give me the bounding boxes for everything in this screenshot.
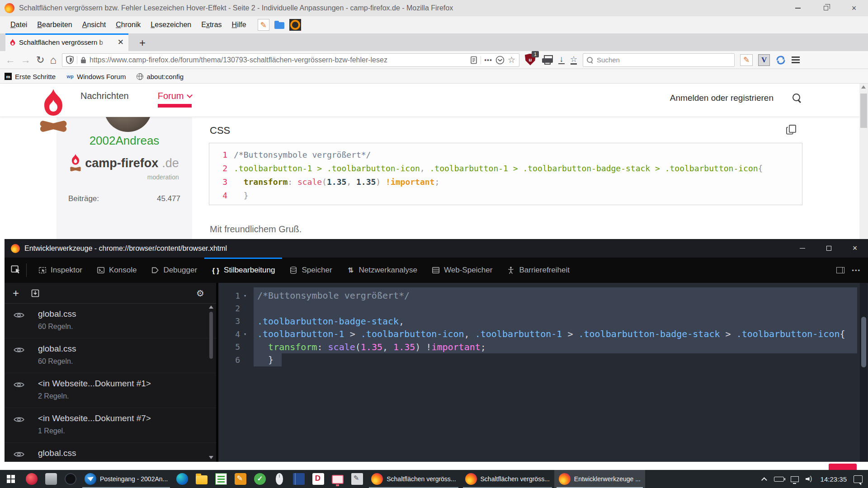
- pocket-icon[interactable]: [495, 56, 505, 65]
- print-icon[interactable]: [542, 55, 553, 65]
- tracking-protection-shield-icon[interactable]: [66, 56, 74, 64]
- taskbar-pinned-edge[interactable]: [172, 470, 192, 488]
- menu-item-extras[interactable]: Extras: [196, 21, 226, 29]
- pane-scrollbar[interactable]: [208, 305, 214, 459]
- gear-icon[interactable]: ⚙: [196, 288, 204, 299]
- note-pencil-icon[interactable]: ✎: [258, 19, 269, 31]
- url-bar[interactable]: https://www.camp-firefox.de/forum/thema/…: [62, 53, 519, 67]
- devtools-tab-debugger[interactable]: Debugger: [144, 258, 204, 283]
- stylesheet-name[interactable]: <in Webseite...Dokument #1>: [38, 379, 151, 389]
- taskbar-pinned-doc-green[interactable]: [211, 470, 231, 488]
- forward-button[interactable]: →: [21, 55, 31, 65]
- bookmark-star-icon[interactable]: ☆: [508, 56, 515, 64]
- scroll-up-icon[interactable]: [209, 305, 213, 309]
- menu-hamburger-icon[interactable]: [792, 56, 802, 63]
- taskbar-pinned-explorer[interactable]: [192, 470, 211, 488]
- page-actions-icon[interactable]: •••: [484, 56, 492, 64]
- taskbar-window-button[interactable]: Entwicklerwerkzeuge ...: [554, 470, 645, 488]
- devtools-tab-netzwerkanalyse[interactable]: ⇅Netzwerkanalyse: [340, 258, 425, 283]
- devtools-tab-barrierefreiheit[interactable]: Barrierefreiheit: [500, 258, 577, 283]
- taskbar-pinned-antivirus[interactable]: [250, 470, 269, 488]
- meatball-menu-icon[interactable]: •••: [852, 267, 861, 274]
- taskbar-window-button[interactable]: Schaltflächen vergröss...: [461, 470, 554, 488]
- taskbar-pinned-notes[interactable]: [347, 470, 367, 488]
- login-link[interactable]: Anmelden oder registrieren: [670, 93, 774, 103]
- network-icon[interactable]: [791, 476, 799, 482]
- scrollbar-thumb[interactable]: [860, 94, 867, 128]
- copy-code-icon[interactable]: [785, 124, 797, 136]
- eye-icon[interactable]: [14, 347, 24, 355]
- scroll-down-icon[interactable]: [209, 456, 213, 459]
- download-icon[interactable]: ↓: [558, 56, 565, 65]
- new-stylesheet-icon[interactable]: +: [13, 288, 19, 299]
- stylesheet-row[interactable]: global.css60 Regeln.: [5, 304, 216, 338]
- stylesheet-row[interactable]: global.css60 Regeln.: [5, 338, 216, 373]
- minimize-button[interactable]: [784, 0, 812, 16]
- new-tab-button[interactable]: +: [135, 37, 150, 51]
- eye-icon[interactable]: [14, 416, 24, 425]
- folder-icon[interactable]: [274, 19, 285, 31]
- devtools-maximize-button[interactable]: [816, 239, 842, 258]
- stylesheet-row[interactable]: <in Webseite...Dokument #1>2 Regeln.: [5, 373, 216, 408]
- taskbar-pinned-app-dark[interactable]: [61, 470, 80, 488]
- devtools-tab-web-speicher[interactable]: Web-Speicher: [425, 258, 500, 283]
- bookmark-item[interactable]: wpWindows Forum: [66, 73, 126, 80]
- eye-icon[interactable]: [14, 381, 24, 390]
- author-name[interactable]: 2002Andreas: [57, 134, 192, 148]
- devtools-tab-speicher[interactable]: Speicher: [282, 258, 339, 283]
- reload-button[interactable]: ↻: [36, 55, 44, 65]
- taskbar-pinned-d-tool[interactable]: [308, 470, 328, 488]
- bookmark-item[interactable]: about:config: [137, 73, 184, 80]
- tab-close-icon[interactable]: ✕: [117, 38, 125, 47]
- fold-arrow-icon[interactable]: ▾: [240, 331, 250, 337]
- active-tab[interactable]: Schaltflächen vergrössern b ✕: [5, 33, 128, 51]
- eye-icon[interactable]: [14, 451, 24, 460]
- import-stylesheet-icon[interactable]: [31, 289, 40, 298]
- taskbar-window-button[interactable]: Posteingang - 2002An...: [80, 470, 172, 488]
- start-button[interactable]: [0, 470, 22, 488]
- action-center-icon[interactable]: [854, 475, 863, 483]
- fold-arrow-icon[interactable]: ▾: [240, 293, 250, 299]
- reader-mode-icon[interactable]: [470, 56, 477, 64]
- scroll-to-top-button[interactable]: [829, 464, 857, 470]
- campfire-logo[interactable]: [38, 88, 68, 137]
- orange-ring-icon[interactable]: [289, 19, 301, 31]
- close-button[interactable]: ×: [840, 0, 868, 16]
- menu-item-ansicht[interactable]: Ansicht: [77, 21, 111, 29]
- back-button[interactable]: ←: [5, 55, 15, 65]
- ublock-origin-icon[interactable]: u 1: [525, 54, 537, 66]
- stylesheet-name[interactable]: global.css: [38, 448, 76, 458]
- devtools-tab-konsole[interactable]: Konsole: [90, 258, 144, 283]
- taskbar-pinned-app-red[interactable]: [22, 470, 41, 488]
- search-bar[interactable]: [583, 53, 735, 67]
- restore-button[interactable]: [812, 0, 840, 16]
- pick-element-icon[interactable]: [11, 264, 21, 276]
- bookmarks-menu-icon[interactable]: ☆: [570, 55, 577, 65]
- devtools-tab-stilbearbeitung[interactable]: { }Stilbearbeitung: [204, 258, 282, 283]
- site-nav-nachrichten[interactable]: Nachrichten: [80, 91, 129, 108]
- pane-scrollbar-thumb[interactable]: [209, 312, 213, 359]
- site-search-icon[interactable]: [793, 94, 802, 103]
- menu-item-chronik[interactable]: Chronik: [111, 21, 146, 29]
- clock[interactable]: 14:23:35: [821, 475, 847, 483]
- editor-scrollbar[interactable]: [860, 283, 868, 462]
- taskbar-window-button[interactable]: Schaltflächen vergröss...: [367, 470, 460, 488]
- addon-notes-icon[interactable]: ✎: [740, 54, 753, 66]
- tray-chevron-icon[interactable]: [761, 477, 767, 483]
- battery-icon[interactable]: [774, 477, 784, 482]
- stylesheet-name[interactable]: global.css: [38, 309, 76, 319]
- sync-icon[interactable]: [775, 55, 786, 66]
- editor-scrollbar-thumb[interactable]: [861, 317, 866, 367]
- menu-item-lesezeichen[interactable]: Lesezeichen: [146, 21, 196, 29]
- stylesheet-row[interactable]: global.css: [5, 443, 216, 462]
- taskbar-pinned-mouse[interactable]: [269, 470, 289, 488]
- menu-item-bearbeiten[interactable]: Bearbeiten: [32, 21, 77, 29]
- scrollbar-up-icon[interactable]: [861, 85, 866, 89]
- devtools-tab-inspektor[interactable]: Inspektor: [31, 258, 90, 283]
- menu-item-datei[interactable]: Datei: [5, 21, 32, 29]
- dock-panel-icon[interactable]: [836, 267, 844, 273]
- devtools-minimize-button[interactable]: [789, 239, 816, 258]
- eye-icon[interactable]: [14, 312, 24, 320]
- volume-icon[interactable]: [806, 476, 814, 482]
- taskbar-pinned-keepass[interactable]: [231, 470, 250, 488]
